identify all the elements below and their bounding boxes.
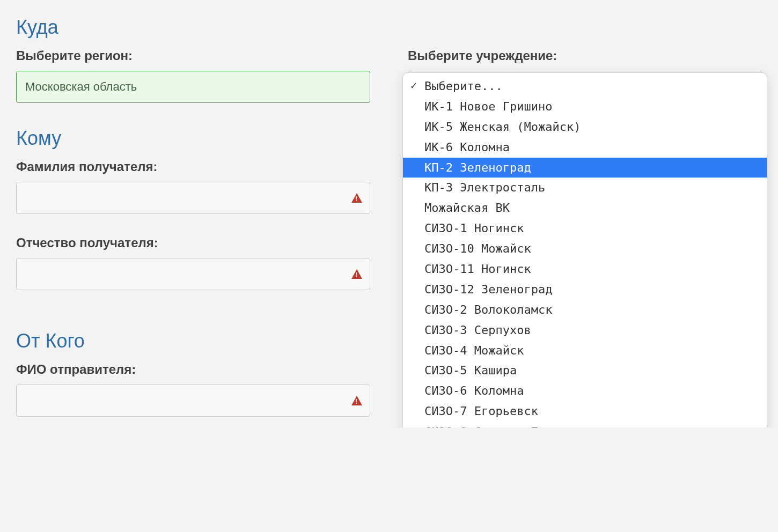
dropdown-option[interactable]: ИК-5 Женская (Можайск) — [403, 117, 767, 137]
dropdown-option[interactable]: СИЗО-11 Ногинск — [403, 259, 767, 279]
region-select-value: Московская область — [25, 80, 137, 94]
dropdown-option[interactable]: СИЗО-1 Ногинск — [403, 218, 767, 239]
dropdown-option[interactable]: Можайская ВК — [403, 198, 767, 218]
dropdown-placeholder[interactable]: Выберите... — [403, 76, 767, 97]
dropdown-option[interactable]: СИЗО-8 Сергиев Посад — [403, 422, 767, 427]
dropdown-option[interactable]: СИЗО-5 Кашира — [403, 360, 767, 381]
dropdown-option[interactable]: СИЗО-3 Серпухов — [403, 320, 767, 341]
label-recipient-lastname: Фамилия получателя: — [16, 159, 370, 174]
region-select[interactable]: Московская область — [16, 71, 370, 103]
warning-icon — [351, 269, 362, 279]
section-where-title: Куда — [16, 16, 762, 39]
dropdown-option[interactable]: ИК-6 Коломна — [403, 137, 767, 158]
warning-icon — [351, 396, 362, 405]
warning-icon — [351, 193, 362, 203]
label-select-region: Выберите регион: — [16, 48, 370, 63]
dropdown-option[interactable]: КП-3 Электросталь — [403, 178, 767, 198]
dropdown-option[interactable]: СИЗО-10 Можайск — [403, 239, 767, 259]
dropdown-option[interactable]: СИЗО-12 Зеленоград — [403, 279, 767, 300]
sender-fullname-input[interactable] — [16, 385, 370, 417]
dropdown-option[interactable]: ИК-1 Новое Гришино — [403, 97, 767, 117]
dropdown-option[interactable]: КП-2 Зеленоград — [403, 158, 767, 178]
dropdown-option[interactable]: СИЗО-7 Егорьевск — [403, 401, 767, 422]
label-sender-fullname: ФИО отправителя: — [16, 362, 370, 377]
dropdown-option[interactable]: СИЗО-4 Можайск — [403, 341, 767, 361]
label-recipient-patronymic: Отчество получателя: — [16, 235, 370, 250]
recipient-lastname-input[interactable] — [16, 182, 370, 214]
institution-dropdown[interactable]: Выберите...ИК-1 Новое ГришиноИК-5 Женска… — [402, 72, 767, 427]
recipient-patronymic-input[interactable] — [16, 258, 370, 290]
label-select-institution: Выберите учреждение: — [408, 48, 762, 63]
dropdown-option[interactable]: СИЗО-2 Волоколамск — [403, 300, 767, 320]
dropdown-option[interactable]: СИЗО-6 Коломна — [403, 381, 767, 401]
